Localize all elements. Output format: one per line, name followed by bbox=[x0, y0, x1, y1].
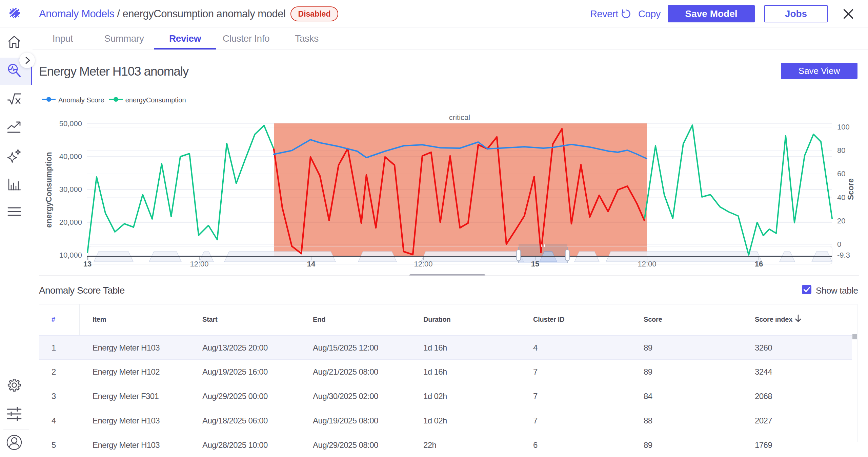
svg-text:14: 14 bbox=[307, 260, 316, 268]
svg-text:15: 15 bbox=[531, 260, 539, 268]
svg-text:100: 100 bbox=[837, 123, 850, 131]
svg-text:50,000: 50,000 bbox=[59, 119, 82, 128]
svg-text:40: 40 bbox=[837, 193, 845, 202]
svg-text:energyConsumption: energyConsumption bbox=[44, 152, 53, 228]
svg-text:0: 0 bbox=[837, 240, 841, 249]
svg-text:60: 60 bbox=[837, 170, 845, 178]
svg-text:20: 20 bbox=[837, 217, 845, 225]
svg-text:12:00: 12:00 bbox=[190, 260, 208, 268]
svg-text:13: 13 bbox=[83, 260, 92, 268]
svg-text:40,000: 40,000 bbox=[59, 152, 82, 161]
svg-text:10,000: 10,000 bbox=[59, 251, 82, 259]
svg-text:12:00: 12:00 bbox=[638, 260, 656, 268]
svg-text:30,000: 30,000 bbox=[59, 185, 82, 194]
svg-text:80: 80 bbox=[837, 146, 845, 155]
svg-text:Score: Score bbox=[846, 178, 855, 200]
svg-text:critical: critical bbox=[449, 113, 470, 122]
svg-text:12:00: 12:00 bbox=[414, 260, 432, 268]
svg-text:20,000: 20,000 bbox=[59, 218, 82, 226]
svg-text:-9.3: -9.3 bbox=[837, 251, 850, 259]
svg-text:16: 16 bbox=[755, 260, 763, 268]
